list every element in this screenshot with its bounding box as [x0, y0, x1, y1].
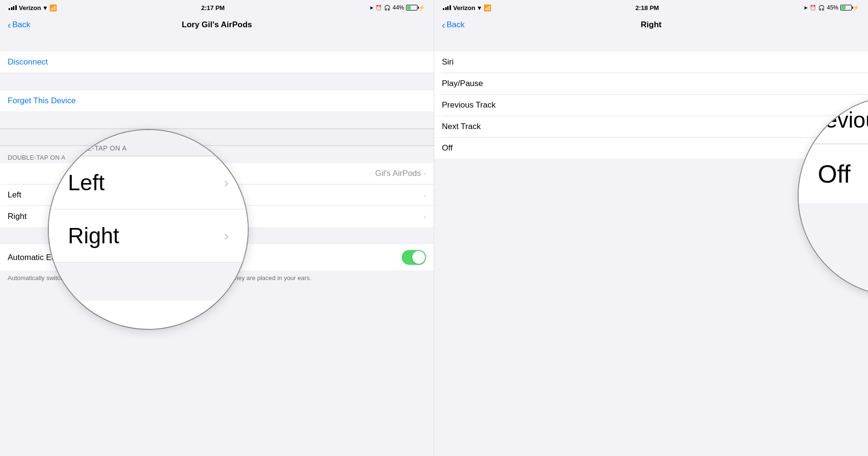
magnifier-right-item-in-left: Right › [49, 209, 248, 262]
right-ear-chevron-icon: › [424, 213, 426, 220]
top-spacer [0, 34, 434, 52]
mag-right-off-item: Off [799, 144, 868, 204]
toggle-knob [412, 251, 425, 264]
spacer-2 [0, 111, 434, 129]
right-signal-bars-icon [443, 5, 451, 10]
magnifier-left-header: DOUBLE-TAP ON A [63, 144, 127, 152]
right-location-icon: ➤ [803, 5, 808, 11]
alarm-icon: ⏰ [375, 5, 382, 11]
left-phone-screen: Verizon ▾ 📶 2:17 PM ➤ ⏰ 🎧 44% ⚡ ‹ Back L… [0, 0, 434, 456]
right-back-label: Back [447, 20, 465, 30]
mag-bottom [49, 262, 248, 301]
headphones-icon: 🎧 [384, 5, 391, 11]
magnifier-right: revious Tr Off [798, 96, 868, 296]
right-ear-label: Right [8, 212, 27, 221]
auto-ear-toggle[interactable] [402, 250, 426, 265]
mag-right-prev-track: revious Tr [799, 97, 868, 144]
airpods-name-right: Gil's AirPods › [375, 169, 426, 178]
siri-item[interactable]: Siri [434, 52, 868, 73]
magnifier-left-label: Left [68, 170, 105, 195]
right-page-title: Right [641, 20, 661, 30]
left-ear-label: Left [8, 190, 21, 200]
disconnect-label: Disconnect [8, 57, 48, 67]
right-status-bar: Verizon ▾ 📶 2:18 PM ➤ ⏰ 🎧 45% ⚡ [434, 0, 868, 13]
right-wifi-icon: ▾ [478, 4, 481, 11]
disconnect-group: Disconnect [0, 52, 434, 73]
right-phone-screen: Verizon ▾ 📶 2:18 PM ➤ ⏰ 🎧 45% ⚡ ‹ Back R… [434, 0, 868, 456]
magnifier-right-chevron-icon: › [224, 228, 229, 244]
play-pause-label: Play/Pause [442, 79, 483, 88]
right-back-button[interactable]: ‹ Back [442, 20, 464, 31]
left-page-title: Lory Gil's AirPods [182, 20, 252, 30]
right-status-left: Verizon ▾ 📶 [443, 4, 491, 11]
left-nav-bar: ‹ Back Lory Gil's AirPods [0, 13, 434, 34]
right-alarm-icon: ⏰ [810, 5, 816, 11]
magnifier-left: DOUBLE-TAP ON A Left › Right › [48, 129, 249, 330]
back-chevron-icon: ‹ [8, 20, 11, 31]
wifi-signal: 📶 [49, 4, 57, 11]
disconnect-item[interactable]: Disconnect [0, 52, 434, 73]
magnifier-left-item: Left › [49, 156, 248, 209]
magnifier-right-label: Right [68, 223, 119, 249]
right-headphones-icon: 🎧 [818, 5, 825, 11]
wifi-icon: ▾ [44, 4, 47, 11]
airpods-name-value: Gil's AirPods [375, 169, 421, 178]
right-top-spacer [434, 34, 868, 52]
mag-prev-track-partial: revious Tr [818, 108, 868, 132]
signal-bars-icon [9, 5, 17, 10]
mid-spacer [0, 73, 434, 90]
right-wifi-signal: 📶 [483, 4, 491, 11]
location-icon: ➤ [369, 5, 374, 11]
left-status-right: ➤ ⏰ 🎧 44% ⚡ [369, 4, 425, 11]
siri-group: Siri [434, 52, 868, 73]
prev-track-label: Previous Track [442, 100, 495, 110]
left-status-left: Verizon ▾ 📶 [9, 4, 57, 11]
battery-icon: ⚡ [406, 5, 425, 11]
right-time: 2:18 PM [636, 4, 659, 11]
carrier-name: Verizon [19, 4, 41, 11]
forget-device-label: Forget This Device [8, 96, 76, 106]
battery-percent: 44% [393, 4, 404, 11]
left-status-bar: Verizon ▾ 📶 2:17 PM ➤ ⏰ 🎧 44% ⚡ [0, 0, 434, 13]
airpods-name-chevron-icon: › [424, 170, 426, 177]
right-carrier-name: Verizon [453, 4, 475, 11]
right-battery-icon: ⚡ [840, 5, 859, 11]
next-track-label: Next Track [442, 122, 481, 131]
right-status-right: ➤ ⏰ 🎧 45% ⚡ [803, 4, 859, 11]
siri-label: Siri [442, 57, 454, 67]
forget-device-item[interactable]: Forget This Device [0, 90, 434, 111]
left-ear-chevron-icon: › [424, 191, 426, 199]
play-pause-item[interactable]: Play/Pause [434, 73, 868, 94]
mag-off-label: Off [818, 160, 850, 188]
left-back-button[interactable]: ‹ Back [8, 20, 30, 31]
right-back-chevron-icon: ‹ [442, 20, 445, 31]
left-time: 2:17 PM [201, 4, 225, 11]
forget-group: Forget This Device [0, 90, 434, 111]
magnifier-left-chevron-icon: › [224, 174, 229, 191]
right-nav-bar: ‹ Back Right [434, 13, 868, 34]
right-battery-percent: 45% [827, 4, 838, 11]
mag-right-gray-bottom [799, 204, 868, 295]
back-label: Back [12, 20, 31, 30]
play-pause-group: Play/Pause [434, 73, 868, 94]
off-label: Off [442, 143, 452, 153]
